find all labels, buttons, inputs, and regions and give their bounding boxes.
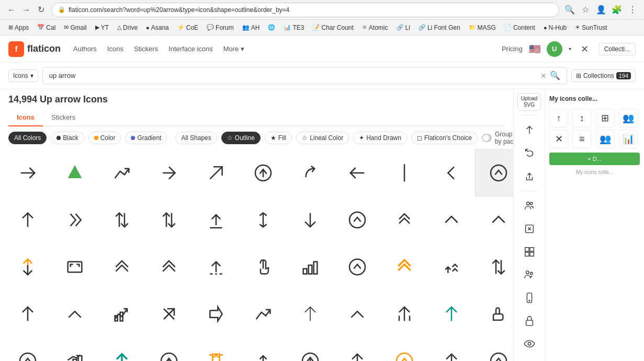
address-bar[interactable]: 🔒 flaticon.com/search?word=up%20arrow&ty… [51,3,559,17]
tab-stickers[interactable]: Stickers [43,110,84,126]
bookmark-charcnt[interactable]: 📝 Char Count [309,23,356,32]
forward-button[interactable]: → [20,4,32,16]
icon-up-down-arrows[interactable] [98,196,145,243]
tab-icons[interactable]: Icons [8,110,43,126]
icon-hand-point-up[interactable] [240,243,287,290]
icon-circle-up-arrow[interactable] [240,149,287,196]
extensions-button[interactable]: 🧩 [611,4,623,16]
icon-up-chevron-thin[interactable] [51,290,98,337]
icon-curved-arrow[interactable] [287,149,334,196]
icon-up-arrow-thin[interactable] [287,290,334,337]
collection-icon-4[interactable]: 👥 [619,109,638,127]
collection-icon-8[interactable]: 📊 [619,130,638,148]
filter-all-colors[interactable]: All Colors [8,132,47,144]
icon-simple-up-arrow[interactable] [4,196,51,243]
search-clear-icon[interactable]: ✕ [540,72,547,80]
upload-svg-button[interactable]: UploadSVG [517,93,541,111]
icon-circle-up-alt[interactable] [145,337,193,361]
filter-fill[interactable]: ★Fill [265,132,292,144]
sidebar-people-icon[interactable] [519,195,540,216]
collection-icon-1[interactable]: ↑ [549,109,568,127]
sidebar-people2-icon[interactable] [519,264,540,285]
icon-up-chevron[interactable] [428,196,475,243]
bookmark-forum[interactable]: 💬 Forum [204,23,237,32]
more-menu-button[interactable]: ⋮ [626,4,639,16]
flag-icon[interactable]: 🇺🇸 [529,43,540,55]
collection-icon-3[interactable]: ⊞ [596,109,615,127]
icon-circle-orange-up[interactable] [381,337,428,361]
filter-lineal-color[interactable]: ☆Lineal Color [296,132,349,144]
icon-up-arrow-double[interactable] [381,290,428,337]
filter-outline[interactable]: ☆Outline [221,132,261,144]
bookmark-asana[interactable]: ● Asana [143,23,172,32]
icon-right-arrow[interactable] [4,149,51,196]
collections-count-button[interactable]: ⊞ Collections 194 [571,69,636,82]
icon-expand-arrows[interactable] [240,196,287,243]
icon-orange-down-up[interactable] [4,243,51,290]
bookmark-atomic[interactable]: ⚛ Atomic [359,23,391,32]
icon-sort-arrows[interactable] [145,196,193,243]
icon-expand-screen[interactable] [51,243,98,290]
bookmark-yt[interactable]: ▶ YT [92,23,112,32]
nav-icons[interactable]: Icons [107,43,123,55]
bookmark-drive[interactable]: △ Drive [114,23,141,32]
bookmark-coe[interactable]: ⚡ CoE [174,23,201,32]
icon-bar-chart-small[interactable] [51,337,98,361]
icon-circle-up-thin[interactable] [334,196,381,243]
icon-up-arrow-simple[interactable] [4,290,51,337]
bookmark-ah[interactable]: 👥 AH [239,23,263,32]
collection-icon-7[interactable]: 👥 [596,130,615,148]
filter-color[interactable]: Color [88,132,121,144]
bookmark-te3[interactable]: 📊 TE3 [280,23,307,32]
nav-authors[interactable]: Authors [73,43,97,55]
sidebar-eye-icon[interactable] [519,333,540,354]
collection-icon-6[interactable]: ≡ [572,130,591,148]
browser-search-button[interactable]: 🔍 [563,4,576,16]
icon-sparkle-arrows[interactable] [145,290,193,337]
filter-flaticons-choice[interactable]: ◻Flaticon's Choice [411,132,478,144]
sidebar-upload-icon[interactable] [519,166,540,187]
icon-upload-up-arrow[interactable] [240,337,287,361]
bookmark-cal[interactable]: 📅 Cal [34,23,59,32]
bookmark-lifontgen[interactable]: 🔗 Li Font Gen [415,23,464,32]
nav-interface-icons[interactable]: Interface icons [168,43,213,55]
bookmark-globe[interactable]: 🌐 [265,23,278,32]
sidebar-grid-icon[interactable] [519,241,540,262]
search-box[interactable]: up arrow ✕ 🔍 [42,67,567,84]
icon-double-up-chevron[interactable] [98,243,145,290]
collection-icon-5[interactable]: ✕ [549,130,568,148]
icon-left-chevron[interactable] [428,149,475,196]
bookmark-masg[interactable]: 📁 MASG [466,23,499,32]
icon-right-arrow-fat[interactable] [193,290,240,337]
sidebar-lock-icon[interactable] [519,310,540,331]
sidebar-up-arrow-icon[interactable] [519,120,540,141]
back-button[interactable]: ← [5,4,18,16]
icon-hand-gesture-up[interactable] [475,290,513,337]
icon-double-up-arrow[interactable] [381,196,428,243]
icon-upload-striped[interactable] [193,243,240,290]
icon-double-up-chevron-2[interactable] [145,243,193,290]
icon-bar-chart-growth[interactable] [98,290,145,337]
icon-upload-arrow[interactable] [193,196,240,243]
profile-button[interactable]: 👤 [595,4,607,16]
icon-circle-up-outline-selected[interactable] [475,149,513,196]
bookmark-li[interactable]: 🔗 Li [393,23,413,32]
icon-diagonal-arrow[interactable] [193,149,240,196]
icon-right-arrow-2[interactable] [145,149,193,196]
icon-teal-up-arrow[interactable] [428,290,475,337]
icon-circle-outline-up[interactable] [4,337,51,361]
icon-trophy-up[interactable] [193,337,240,361]
icon-simple-up-2[interactable] [334,337,381,361]
sidebar-undo-icon[interactable] [519,143,540,164]
sidebar-close-button[interactable]: ✕ [578,42,592,56]
filter-hand-drawn[interactable]: ✦Hand Drawn [353,132,407,144]
icon-group-up-arrows[interactable] [428,243,475,290]
filter-all-shapes[interactable]: All Shapes [175,132,217,144]
icon-trending-up-2[interactable] [240,290,287,337]
bookmark-content[interactable]: 📄 Content [501,23,538,32]
icon-circle-up-filled[interactable] [334,243,381,290]
bookmark-nhub[interactable]: ● N-Hub [540,23,570,32]
icon-up-arrow-green[interactable] [51,149,98,196]
icon-trending-up[interactable] [98,149,145,196]
nav-stickers[interactable]: Stickers [134,43,158,55]
